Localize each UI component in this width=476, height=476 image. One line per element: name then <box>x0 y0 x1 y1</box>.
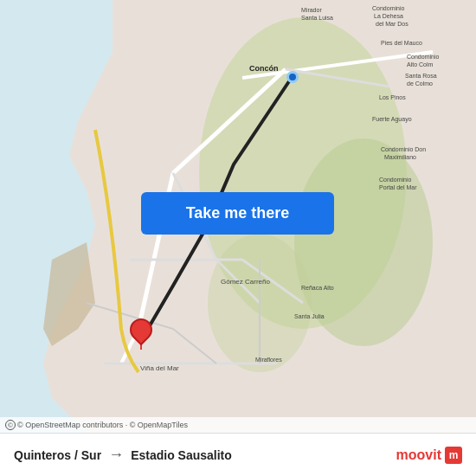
route-arrow: → <box>108 446 124 464</box>
moovit-icon: m <box>445 447 462 464</box>
svg-text:Condominio: Condominio <box>379 177 411 183</box>
map-container: Mirador Santa Luisa Condominio La Dehesa… <box>0 0 476 433</box>
svg-text:Condominio: Condominio <box>372 5 404 11</box>
svg-text:Los Pinos: Los Pinos <box>379 94 406 100</box>
moovit-logo: moovit m <box>396 447 462 464</box>
svg-text:Alto Colm: Alto Colm <box>407 61 434 68</box>
svg-text:Reñaca Alto: Reñaca Alto <box>301 285 334 291</box>
destination-marker <box>128 318 154 353</box>
svg-text:Viña del Mar: Viña del Mar <box>140 364 179 372</box>
map-attribution: © © OpenStreetMap contributors · © OpenM… <box>0 417 476 433</box>
svg-text:Gómez Carreño: Gómez Carreño <box>221 278 270 286</box>
take-me-there-button[interactable]: Take me there <box>141 192 334 235</box>
svg-text:Pies del Mauco: Pies del Mauco <box>381 40 422 46</box>
origin-marker <box>286 71 299 83</box>
svg-text:Miraflores: Miraflores <box>255 357 282 363</box>
svg-text:Santa Rosa: Santa Rosa <box>405 73 437 79</box>
svg-text:Portal del Mar: Portal del Mar <box>379 184 417 190</box>
moovit-icon-letter: m <box>449 449 459 461</box>
moovit-text: moovit <box>396 447 441 463</box>
svg-text:Mirador: Mirador <box>301 7 322 13</box>
svg-text:de Colmo: de Colmo <box>407 80 433 87</box>
svg-text:Concón: Concón <box>249 64 279 73</box>
svg-text:Fuerte Aguayo: Fuerte Aguayo <box>372 116 412 123</box>
svg-text:Santa Luisa: Santa Luisa <box>301 15 333 21</box>
copyright-icon: © <box>5 420 16 430</box>
svg-text:Condominio: Condominio <box>407 54 439 60</box>
svg-text:La Dehesa: La Dehesa <box>374 13 403 19</box>
svg-text:Maximiliano: Maximiliano <box>384 154 416 160</box>
svg-text:del Mar Dos: del Mar Dos <box>376 21 408 27</box>
bottom-bar: Quinteros / Sur → Estadio Sausalito moov… <box>0 433 476 476</box>
route-to: Estadio Sausalito <box>131 448 232 462</box>
route-from: Quinteros / Sur <box>14 448 101 462</box>
svg-text:Condominio Don: Condominio Don <box>381 146 426 152</box>
svg-text:Santa Julia: Santa Julia <box>294 313 325 319</box>
attribution-text: © OpenStreetMap contributors · © OpenMap… <box>17 421 188 429</box>
